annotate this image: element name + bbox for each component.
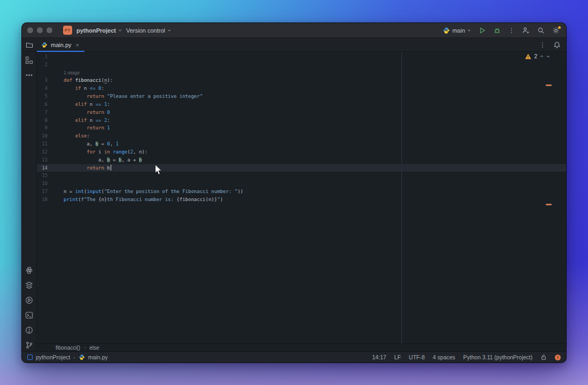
line-number[interactable]: 3 xyxy=(37,76,64,84)
usage-hint-row[interactable]: 1 usage xyxy=(37,69,566,77)
status-widget[interactable]: 14:17 xyxy=(372,354,386,360)
status-project-name[interactable]: pythonProject xyxy=(36,354,70,360)
code-row[interactable]: 7 return 0 xyxy=(37,109,566,117)
line-number[interactable]: 14 xyxy=(37,164,64,172)
code-row[interactable]: 11 a, b = 0, 1 xyxy=(37,140,566,148)
version-control-widget[interactable]: Version control xyxy=(126,27,171,34)
services-tool-icon[interactable] xyxy=(25,281,33,289)
status-widget[interactable]: LF xyxy=(394,354,401,360)
usage-hint[interactable]: 1 usage xyxy=(37,69,80,77)
line-number[interactable]: 13 xyxy=(37,156,64,164)
line-number[interactable]: 6 xyxy=(37,101,64,109)
breadcrumb-item[interactable]: fibonacci() xyxy=(56,345,80,351)
code-row[interactable]: 18print(f"The {n}th Fibonacci number is:… xyxy=(37,196,566,204)
next-problem-icon[interactable] xyxy=(546,55,550,58)
scrollbar-warning-mark[interactable] xyxy=(546,204,552,205)
notification-badge[interactable]: ! xyxy=(555,355,561,360)
more-tool-windows-icon[interactable] xyxy=(25,71,33,79)
line-number[interactable]: 12 xyxy=(37,148,64,156)
project-widget[interactable]: pythonProject xyxy=(76,27,122,34)
left-tool-stripe xyxy=(22,52,37,351)
text-caret xyxy=(111,165,111,171)
run-tool-icon[interactable] xyxy=(25,296,33,304)
code-row[interactable]: 6 elif n == 1: xyxy=(37,101,566,109)
line-number[interactable]: 1 xyxy=(37,53,64,61)
status-bar: pythonProject › main.py 14:17LFUTF-84 sp… xyxy=(22,351,566,363)
python-file-icon xyxy=(79,354,85,360)
python-console-icon[interactable] xyxy=(25,266,33,274)
line-number[interactable]: 11 xyxy=(37,140,64,148)
code-row[interactable]: 13 a, b = b, a + b xyxy=(37,156,566,164)
settings-button[interactable] xyxy=(552,27,560,34)
code-row[interactable]: 1 xyxy=(37,53,566,61)
line-number[interactable]: 18 xyxy=(37,196,64,204)
previous-problem-icon[interactable] xyxy=(540,55,544,58)
debug-button[interactable] xyxy=(493,27,501,34)
line-number[interactable]: 4 xyxy=(37,84,64,93)
line-number[interactable]: 7 xyxy=(37,109,64,117)
macos-window-controls[interactable] xyxy=(27,27,52,33)
code-row[interactable]: 4 if n <= 0: xyxy=(37,84,566,93)
line-number[interactable]: 10 xyxy=(37,132,64,140)
mouse-cursor xyxy=(154,164,163,175)
scrollbar-warning-mark[interactable] xyxy=(546,84,552,86)
notifications-bell-icon[interactable] xyxy=(553,41,561,49)
status-widget[interactable]: 4 spaces xyxy=(433,354,455,360)
status-widget[interactable]: UTF-8 xyxy=(409,354,425,360)
project-tool-window-button[interactable] xyxy=(22,38,37,51)
unlocked-icon[interactable] xyxy=(540,354,547,360)
code-row[interactable]: 17n = int(input("Enter the position of t… xyxy=(37,188,566,196)
code-with-me-icon[interactable] xyxy=(522,27,530,34)
python-file-icon xyxy=(443,27,450,34)
structure-tool-icon[interactable] xyxy=(25,56,33,64)
line-number[interactable]: 16 xyxy=(37,180,64,188)
zoom-window-button[interactable] xyxy=(47,27,52,33)
title-bar: PY pythonProject Version control main ⋮ xyxy=(22,23,566,38)
search-icon[interactable] xyxy=(537,27,545,34)
code-text: a, b = b, a + b xyxy=(64,156,142,164)
code-row[interactable]: 10 else: xyxy=(37,132,566,140)
code-row[interactable]: 5 return "Please enter a positive intege… xyxy=(37,93,566,101)
line-number[interactable]: 17 xyxy=(37,188,64,196)
code-editor[interactable]: 121 usage3def fibonacci(n):4 if n <= 0:5… xyxy=(37,52,566,343)
code-row[interactable]: 2 xyxy=(37,61,566,69)
more-run-actions-button[interactable]: ⋮ xyxy=(508,27,515,34)
terminal-tool-icon[interactable] xyxy=(25,311,33,319)
line-number[interactable]: 8 xyxy=(37,117,64,125)
inspections-widget[interactable]: 2 xyxy=(525,53,550,59)
status-widget[interactable]: Python 3.11 (pythonProject) xyxy=(463,354,532,360)
code-row[interactable]: 12 for i in range(2, n): xyxy=(37,148,566,156)
editor-options-button[interactable]: ⋮ xyxy=(539,42,546,48)
main-content: 121 usage3def fibonacci(n):4 if n <= 0:5… xyxy=(22,52,566,351)
line-number[interactable]: 9 xyxy=(37,124,64,132)
git-tool-icon[interactable] xyxy=(25,341,33,349)
code-text: else: xyxy=(64,132,90,140)
close-tab-icon[interactable]: × xyxy=(76,42,79,48)
code-row[interactable]: 9 return 1 xyxy=(37,124,566,132)
problems-tool-icon[interactable] xyxy=(25,326,33,334)
code-text: return "Please enter a positive integer" xyxy=(64,93,203,101)
minimize-window-button[interactable] xyxy=(37,27,43,33)
run-button[interactable] xyxy=(478,27,486,34)
project-status-icon xyxy=(27,355,33,360)
status-file-name[interactable]: main.py xyxy=(88,354,108,360)
folder-icon xyxy=(26,41,33,49)
code-text: def fibonacci(n): xyxy=(64,76,113,84)
line-number[interactable]: 5 xyxy=(37,93,64,101)
warning-count: 2 xyxy=(534,53,537,59)
run-config-name: main xyxy=(452,27,465,34)
code-row[interactable]: 14 return b xyxy=(37,164,566,172)
code-row[interactable]: 15 xyxy=(37,172,566,180)
code-row[interactable]: 3def fibonacci(n): xyxy=(37,76,566,84)
breadcrumb-item[interactable]: else xyxy=(89,345,99,351)
breadcrumb-separator: › xyxy=(73,354,75,360)
code-row[interactable]: 16 xyxy=(37,180,566,188)
run-configuration-selector[interactable]: main xyxy=(443,27,471,34)
python-file-icon xyxy=(41,42,48,48)
code-row[interactable]: 8 elif n == 2: xyxy=(37,117,566,125)
close-window-button[interactable] xyxy=(27,27,33,33)
line-number[interactable]: 2 xyxy=(37,61,64,69)
code-text: n = int(input("Enter the position of the… xyxy=(64,188,243,196)
line-number[interactable]: 15 xyxy=(37,172,64,180)
tab-main-py[interactable]: main.py × xyxy=(37,38,84,51)
